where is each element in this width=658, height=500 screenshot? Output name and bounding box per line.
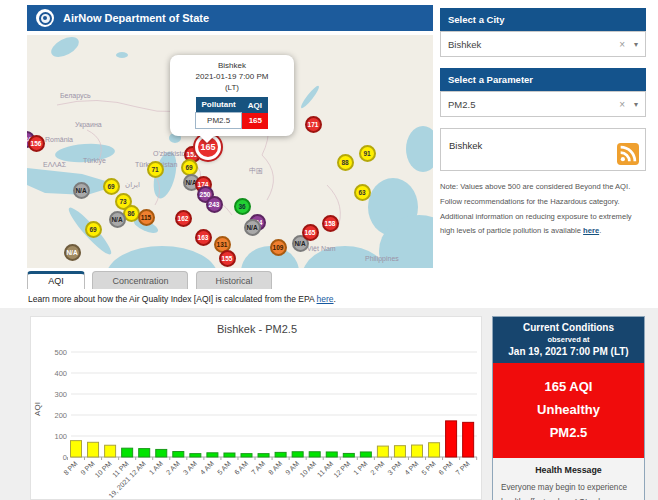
popup-aqi-value: 165	[242, 113, 269, 129]
chart-bar[interactable]	[207, 453, 218, 457]
chart-bar[interactable]	[377, 446, 388, 457]
map-marker[interactable]: 69	[103, 178, 120, 195]
chart-bar[interactable]	[190, 454, 201, 457]
chart-bar[interactable]	[224, 453, 235, 457]
chart-bar[interactable]	[429, 443, 440, 457]
svg-text:8 AM: 8 AM	[267, 460, 283, 476]
map-marker[interactable]: 156	[28, 135, 45, 152]
chart-bar[interactable]	[122, 448, 133, 457]
svg-text:500: 500	[54, 348, 67, 357]
chart-bar[interactable]	[88, 442, 99, 457]
svg-text:Bishkek - PM2.5: Bishkek - PM2.5	[217, 323, 297, 335]
svg-text:4 AM: 4 AM	[199, 460, 215, 476]
map-marker[interactable]: 171	[305, 116, 322, 133]
svg-text:400: 400	[54, 369, 67, 378]
chart-bar[interactable]	[105, 445, 116, 457]
rss-feed-icon[interactable]	[617, 143, 639, 165]
tab-aqi[interactable]: AQI	[27, 271, 85, 289]
svg-text:100: 100	[54, 432, 67, 441]
map-marker[interactable]: 36	[234, 198, 251, 215]
map-marker[interactable]: 71	[147, 161, 164, 178]
map-marker[interactable]: 88	[337, 154, 354, 171]
app-title: AirNow Department of State	[63, 12, 209, 24]
chart-bar[interactable]	[258, 454, 269, 457]
map-marker[interactable]: N/A	[73, 182, 90, 199]
chart-bar[interactable]	[446, 421, 457, 457]
city-caret-icon[interactable]: ▾	[634, 40, 638, 49]
svg-text:1 PM: 1 PM	[352, 460, 369, 477]
city-select[interactable]: Bishkek × ▾	[440, 31, 646, 57]
svg-text:6 PM: 6 PM	[437, 460, 454, 477]
svg-text:7 PM: 7 PM	[454, 460, 471, 477]
parameter-caret-icon[interactable]: ▾	[634, 100, 638, 109]
popup-pollutant-value: PM2.5	[196, 113, 242, 129]
learn-more-link[interactable]: here	[317, 294, 334, 304]
learn-more-text: Learn more about how the Air Quality Ind…	[28, 294, 336, 304]
chart-bar[interactable]	[463, 422, 474, 457]
map-marker[interactable]: 165	[302, 224, 319, 241]
current-conditions-header: Current Conditions observed at Jan 19, 2…	[493, 317, 644, 363]
conditions-category: Unhealthy	[493, 399, 644, 422]
city-panel: Select a City Bishkek × ▾	[440, 8, 646, 57]
chart-bar[interactable]	[275, 452, 286, 457]
aqi-map[interactable]: БеларусьУкраинаRomâniaΕΛΛΑΣTürkiyeO'zbek…	[27, 35, 433, 268]
chart-bar[interactable]	[139, 449, 150, 457]
app-header: AirNow Department of State	[27, 5, 433, 31]
chart-bar[interactable]	[412, 445, 423, 457]
beyond-aqi-note: Note: Values above 500 are considered Be…	[440, 180, 646, 239]
chart-bar[interactable]	[394, 446, 405, 457]
note-before: Note: Values above 500 are considered Be…	[440, 182, 632, 235]
map-marker[interactable]: 243	[206, 196, 223, 213]
map-marker[interactable]: 69	[85, 221, 102, 238]
rss-panel: Bishkek	[440, 128, 646, 171]
learn-more-after: .	[334, 294, 336, 304]
map-marker[interactable]: 109	[270, 239, 287, 256]
chart-bar[interactable]	[71, 441, 82, 457]
map-marker[interactable]: 63	[354, 184, 371, 201]
city-clear-icon[interactable]: ×	[619, 39, 625, 50]
tab-concentration[interactable]: Concentration	[92, 271, 188, 289]
svg-text:8 PM: 8 PM	[62, 460, 79, 477]
parameter-clear-icon[interactable]: ×	[619, 99, 625, 110]
chart-bar[interactable]	[173, 452, 184, 457]
note-link[interactable]: here	[583, 226, 599, 235]
health-message-title: Health Message	[501, 465, 636, 475]
map-marker[interactable]: 162	[175, 210, 192, 227]
chart-bar[interactable]	[241, 454, 252, 457]
chart-bar[interactable]	[309, 452, 320, 457]
svg-text:AQI: AQI	[33, 402, 42, 416]
map-popup: Bishkek 2021-01-19 7:00 PM (LT) Pollutan…	[170, 55, 294, 136]
svg-text:4 PM: 4 PM	[403, 460, 420, 477]
svg-text:10 PM: 10 PM	[94, 460, 113, 479]
map-marker[interactable]: 158	[322, 215, 339, 232]
map-marker[interactable]: 91	[359, 145, 376, 162]
svg-text:10 AM: 10 AM	[298, 460, 317, 479]
map-marker[interactable]: 69	[181, 159, 198, 176]
map-marker[interactable]: 155	[219, 250, 236, 267]
map-marker[interactable]: 163	[195, 229, 212, 246]
svg-text:3 PM: 3 PM	[386, 460, 403, 477]
svg-text:11 AM: 11 AM	[316, 460, 335, 479]
chart-bar[interactable]	[343, 453, 354, 457]
map-marker[interactable]: 115	[138, 209, 155, 226]
svg-text:7 AM: 7 AM	[250, 460, 266, 476]
map-marker[interactable]: N/A	[109, 211, 126, 228]
svg-text:2 PM: 2 PM	[369, 460, 386, 477]
svg-text:1 AM: 1 AM	[148, 460, 164, 476]
learn-more-before: Learn more about how the Air Quality Ind…	[28, 294, 317, 304]
svg-text:200: 200	[54, 411, 67, 420]
map-marker[interactable]: N/A	[64, 244, 81, 261]
health-message-block: Health Message Everyone may begin to exp…	[493, 458, 644, 500]
parameter-panel-title: Select a Parameter	[440, 68, 646, 91]
parameter-select-value: PM2.5	[448, 99, 619, 110]
map-marker[interactable]: N/A	[244, 219, 261, 236]
parameter-select[interactable]: PM2.5 × ▾	[440, 91, 646, 117]
tab-historical[interactable]: Historical	[196, 271, 272, 289]
chart-bar[interactable]	[292, 452, 303, 457]
chart-bar[interactable]	[326, 452, 337, 457]
conditions-aqi-block: 165 AQI Unhealthy PM2.5	[493, 363, 644, 458]
view-tabs: AQI Concentration Historical	[27, 271, 275, 291]
city-select-value: Bishkek	[448, 39, 619, 50]
chart-bar[interactable]	[156, 449, 167, 457]
chart-bar[interactable]	[360, 452, 371, 457]
